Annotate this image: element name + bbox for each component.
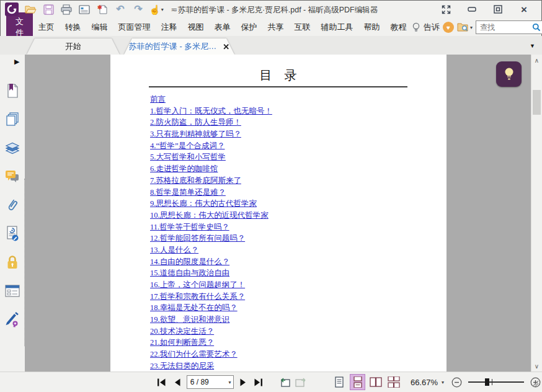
toc-link[interactable]: 17.哲学和宗教有什么关系？ [150,292,245,301]
menu-item[interactable]: 教程 [385,18,412,37]
comments-icon[interactable] [4,169,20,184]
redo-icon[interactable]: ↷ [132,3,144,16]
last-page-button[interactable] [252,375,265,389]
toc-link[interactable]: 23.无法归类的尼采 [150,362,214,370]
menu-item[interactable]: 保护 [236,18,262,37]
toc-link[interactable]: 1.哲学入门：既无仪式，也无暗号！ [150,107,272,115]
save-icon[interactable] [42,3,55,16]
minimize-button[interactable] [466,4,478,15]
tab-close-icon[interactable]: ✕ [223,42,229,51]
toc-link[interactable]: 13.人是什么？ [150,246,198,254]
menu-item[interactable]: 视图 [182,18,209,37]
toc-list-item: 2.防火防盗，防人生导师！ [150,117,446,129]
toc-link[interactable]: 16.上帝，这个问题超纲了！ [150,280,245,289]
page-number-caret-icon[interactable]: ▾ [228,380,233,385]
open-file-icon[interactable] [24,3,37,16]
toc-link[interactable]: 10.思想长廊：伟大的近现代哲学家 [150,211,269,220]
tell-me-label[interactable]: 告诉 [424,22,440,33]
menu-item[interactable]: 主页 [33,18,60,37]
toc-link[interactable]: 14.自由的限度是什么？ [150,257,229,266]
previous-page-button[interactable] [171,375,184,389]
find-input[interactable] [479,22,532,32]
toc-title: 目 录 [149,67,407,87]
toc-link[interactable]: 3.只有批判精神就够了吗？ [150,130,241,138]
close-button[interactable]: × [518,4,530,15]
toc-link[interactable]: 18.幸福是无处不在的吗？ [150,303,238,312]
page-number-box[interactable]: 6 / 89 ▾ [187,375,234,389]
pages-icon[interactable] [4,112,20,127]
menu-item[interactable]: 共享 [262,18,289,37]
new-document-icon[interactable]: ✱ [96,3,109,16]
menu-item[interactable]: 转换 [60,18,86,37]
view-facing-button[interactable] [368,374,383,390]
layers-icon[interactable] [4,140,20,156]
foxit-logo-icon[interactable] [5,2,19,16]
print-icon[interactable] [60,3,73,16]
security-lock-icon[interactable] [4,254,20,270]
menu-item[interactable]: 注释 [156,18,182,37]
toc-list-item: 22.我们为什么需要艺术？ [150,349,446,361]
menu-item[interactable]: 帮助 [358,18,385,37]
hand-tool-icon[interactable]: ☝ ▾ [150,3,162,16]
toc-link[interactable]: 12.哲学能回答所有问题吗？ [150,234,245,243]
certificates-icon[interactable] [4,226,20,241]
ai-assistant-button[interactable] [496,61,522,87]
signatures-icon[interactable] [4,311,20,327]
toc-link[interactable]: 11.哲学等于哲学史吗？ [150,223,229,231]
search-icon[interactable] [532,23,541,32]
menu-item[interactable]: 页面管理 [113,18,156,37]
form-fields-icon[interactable] [4,283,20,298]
expand-panel-icon[interactable]: ▶ [14,58,19,66]
previous-view-button[interactable] [278,375,291,389]
favorite-heart-icon[interactable]: ♥ [443,22,454,33]
toc-link[interactable]: 9.思想长廊：伟大的古代哲学家 [150,199,257,208]
zoom-caret-icon[interactable]: ▾ [442,380,444,385]
page-number-value[interactable]: 6 / 89 [187,378,229,386]
toc-link[interactable]: 2.防火防盗，防人生导师！ [150,118,241,127]
view-single-page-button[interactable] [332,374,347,390]
lightbulb-icon [504,67,515,82]
attachments-icon[interactable] [4,197,20,213]
toc-link[interactable]: 7.苏格拉底和希庇阿斯来了 [150,176,241,185]
zoom-out-button[interactable] [450,375,463,389]
undo-icon[interactable]: ↶ [114,3,127,16]
resize-grip-icon[interactable] [531,380,539,389]
first-page-button[interactable] [155,375,168,389]
vertical-scrollbar[interactable]: ∧ ∨ [531,55,542,372]
foxit-swirl [7,4,17,14]
next-view-button[interactable] [294,375,307,389]
scrollbar-thumb[interactable] [533,90,541,115]
tab-list-caret-icon[interactable]: ▼ [530,43,535,49]
next-page-button[interactable] [236,375,249,389]
toc-link[interactable]: 6.走进哲学的咖啡馆 [150,164,218,173]
lightbulb-tip-icon[interactable] [412,20,420,34]
restore-button[interactable] [492,4,504,15]
toc-link[interactable]: 19.欲望、意识和潜意识 [150,315,229,324]
toggle-toolbar-icon[interactable] [440,4,451,15]
toc-link[interactable]: 22.我们为什么需要艺术？ [150,350,238,359]
toc-link[interactable]: 20.技术决定生活？ [150,327,214,336]
toc-link[interactable]: 15.道德自由与政治自由 [150,269,229,277]
zoom-slider[interactable] [468,377,523,387]
menu-item[interactable]: 编辑 [86,18,113,37]
menu-item[interactable]: 互联 [289,18,316,37]
scroll-down-icon[interactable]: ∨ [531,363,542,370]
tab-document[interactable]: 苏菲的哲学课 - 多米尼… ✕ [124,38,234,55]
view-continuous-button[interactable] [350,374,365,390]
toc-list-item: 10.思想长廊：伟大的近现代哲学家 [150,210,446,222]
toc-link[interactable]: 4.“哲学”是个合成词？ [150,141,224,150]
zoom-slider-handle[interactable] [485,378,489,386]
toc-link[interactable]: 5.大写哲学和小写哲学 [150,153,226,161]
tab-start[interactable]: 开始 [27,38,120,55]
zoom-level-value[interactable]: 66.67% [411,378,438,387]
scroll-up-icon[interactable]: ∧ [531,57,542,64]
toc-link[interactable]: 8.哲学是简单还是难？ [150,188,226,197]
toc-link[interactable]: 前言 [150,95,166,104]
menu-item[interactable]: 表单 [209,18,236,37]
view-continuous-facing-button[interactable] [386,374,402,390]
email-icon[interactable] [78,3,91,16]
toc-link[interactable]: 21.如何判断善恶？ [150,338,214,347]
search-folder-icon[interactable]: ▾ [457,20,473,34]
menu-item[interactable]: 辅助工具 [316,18,358,37]
bookmarks-icon[interactable] [4,83,20,99]
